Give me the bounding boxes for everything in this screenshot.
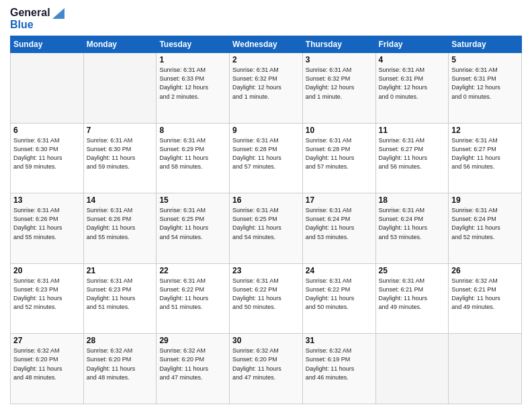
day-cell: 20Sunrise: 6:31 AM Sunset: 6:23 PM Dayli…	[11, 263, 84, 334]
day-detail: Sunrise: 6:31 AM Sunset: 6:30 PM Dayligh…	[87, 136, 154, 171]
day-cell: 29Sunrise: 6:32 AM Sunset: 6:20 PM Dayli…	[157, 334, 230, 404]
day-detail: Sunrise: 6:31 AM Sunset: 6:24 PM Dayligh…	[451, 206, 519, 241]
day-number: 12	[451, 126, 519, 135]
svg-marker-0	[52, 8, 64, 19]
day-detail: Sunrise: 6:32 AM Sunset: 6:19 PM Dayligh…	[306, 347, 373, 381]
day-cell: 24Sunrise: 6:31 AM Sunset: 6:22 PM Dayli…	[302, 263, 375, 334]
day-detail: Sunrise: 6:31 AM Sunset: 6:28 PM Dayligh…	[306, 136, 373, 171]
day-number: 22	[159, 266, 226, 275]
day-cell: 15Sunrise: 6:31 AM Sunset: 6:25 PM Dayli…	[157, 193, 230, 264]
day-header-monday: Monday	[83, 36, 157, 53]
day-detail: Sunrise: 6:31 AM Sunset: 6:31 PM Dayligh…	[379, 66, 446, 101]
day-cell: 8Sunrise: 6:31 AM Sunset: 6:29 PM Daylig…	[157, 123, 230, 193]
day-detail: Sunrise: 6:31 AM Sunset: 6:30 PM Dayligh…	[13, 136, 81, 171]
day-header-tuesday: Tuesday	[157, 36, 230, 53]
day-number: 7	[87, 126, 154, 135]
day-detail: Sunrise: 6:31 AM Sunset: 6:23 PM Dayligh…	[87, 277, 154, 312]
day-detail: Sunrise: 6:31 AM Sunset: 6:24 PM Dayligh…	[379, 206, 446, 241]
day-number: 5	[451, 55, 519, 64]
day-number: 3	[306, 55, 373, 64]
day-cell: 22Sunrise: 6:31 AM Sunset: 6:22 PM Dayli…	[157, 263, 230, 334]
day-number: 23	[232, 266, 300, 275]
day-number: 30	[232, 336, 300, 345]
day-number: 8	[159, 126, 226, 135]
day-detail: Sunrise: 6:31 AM Sunset: 6:27 PM Dayligh…	[451, 136, 519, 171]
day-cell: 1Sunrise: 6:31 AM Sunset: 6:33 PM Daylig…	[157, 53, 230, 124]
day-number: 11	[379, 126, 446, 135]
day-number: 13	[13, 195, 81, 205]
day-cell: 7Sunrise: 6:31 AM Sunset: 6:30 PM Daylig…	[83, 123, 157, 193]
day-number: 28	[87, 336, 154, 345]
day-cell: 30Sunrise: 6:32 AM Sunset: 6:20 PM Dayli…	[230, 334, 303, 404]
day-detail: Sunrise: 6:31 AM Sunset: 6:31 PM Dayligh…	[451, 66, 519, 101]
calendar-body: 1Sunrise: 6:31 AM Sunset: 6:33 PM Daylig…	[11, 53, 522, 404]
calendar: SundayMondayTuesdayWednesdayThursdayFrid…	[10, 36, 522, 404]
day-detail: Sunrise: 6:32 AM Sunset: 6:20 PM Dayligh…	[13, 347, 81, 381]
day-cell: 16Sunrise: 6:31 AM Sunset: 6:25 PM Dayli…	[230, 193, 303, 264]
week-row-5: 27Sunrise: 6:32 AM Sunset: 6:20 PM Dayli…	[11, 334, 522, 404]
day-number: 18	[379, 195, 446, 205]
day-number: 27	[13, 336, 81, 345]
day-number: 2	[232, 55, 300, 64]
day-number: 21	[87, 266, 154, 275]
week-row-2: 6Sunrise: 6:31 AM Sunset: 6:30 PM Daylig…	[11, 123, 522, 193]
day-header-saturday: Saturday	[449, 36, 522, 53]
day-number: 26	[451, 266, 519, 275]
day-detail: Sunrise: 6:31 AM Sunset: 6:26 PM Dayligh…	[13, 206, 81, 241]
day-number: 14	[87, 195, 154, 205]
day-cell: 19Sunrise: 6:31 AM Sunset: 6:24 PM Dayli…	[449, 193, 522, 264]
day-detail: Sunrise: 6:32 AM Sunset: 6:20 PM Dayligh…	[159, 347, 226, 381]
header-row: SundayMondayTuesdayWednesdayThursdayFrid…	[11, 36, 522, 53]
day-number: 31	[306, 336, 373, 345]
day-detail: Sunrise: 6:31 AM Sunset: 6:32 PM Dayligh…	[232, 66, 300, 101]
day-detail: Sunrise: 6:31 AM Sunset: 6:29 PM Dayligh…	[159, 136, 226, 171]
day-cell	[449, 334, 522, 404]
day-detail: Sunrise: 6:31 AM Sunset: 6:21 PM Dayligh…	[379, 277, 446, 312]
day-number: 19	[451, 195, 519, 205]
day-header-friday: Friday	[375, 36, 449, 53]
day-cell: 23Sunrise: 6:31 AM Sunset: 6:22 PM Dayli…	[230, 263, 303, 334]
day-detail: Sunrise: 6:31 AM Sunset: 6:23 PM Dayligh…	[13, 277, 81, 312]
day-cell: 21Sunrise: 6:31 AM Sunset: 6:23 PM Dayli…	[83, 263, 157, 334]
day-detail: Sunrise: 6:31 AM Sunset: 6:28 PM Dayligh…	[232, 136, 300, 171]
day-cell: 27Sunrise: 6:32 AM Sunset: 6:20 PM Dayli…	[11, 334, 84, 404]
day-cell: 14Sunrise: 6:31 AM Sunset: 6:26 PM Dayli…	[83, 193, 157, 264]
day-detail: Sunrise: 6:31 AM Sunset: 6:22 PM Dayligh…	[159, 277, 226, 312]
day-cell: 3Sunrise: 6:31 AM Sunset: 6:32 PM Daylig…	[302, 53, 375, 124]
day-cell: 5Sunrise: 6:31 AM Sunset: 6:31 PM Daylig…	[449, 53, 522, 124]
day-number: 17	[306, 195, 373, 205]
day-cell: 13Sunrise: 6:31 AM Sunset: 6:26 PM Dayli…	[11, 193, 84, 264]
day-detail: Sunrise: 6:31 AM Sunset: 6:26 PM Dayligh…	[87, 206, 154, 241]
day-cell	[11, 53, 84, 124]
header: GeneralBlue	[10, 7, 522, 30]
day-cell: 25Sunrise: 6:31 AM Sunset: 6:21 PM Dayli…	[375, 263, 449, 334]
week-row-4: 20Sunrise: 6:31 AM Sunset: 6:23 PM Dayli…	[11, 263, 522, 334]
day-cell: 31Sunrise: 6:32 AM Sunset: 6:19 PM Dayli…	[302, 334, 375, 404]
day-detail: Sunrise: 6:31 AM Sunset: 6:22 PM Dayligh…	[306, 277, 373, 312]
day-number: 1	[159, 55, 226, 64]
day-detail: Sunrise: 6:31 AM Sunset: 6:33 PM Dayligh…	[159, 66, 226, 101]
day-cell: 28Sunrise: 6:32 AM Sunset: 6:20 PM Dayli…	[83, 334, 157, 404]
day-cell: 10Sunrise: 6:31 AM Sunset: 6:28 PM Dayli…	[302, 123, 375, 193]
day-number: 24	[306, 266, 373, 275]
day-number: 16	[232, 195, 300, 205]
day-header-wednesday: Wednesday	[230, 36, 303, 53]
day-cell: 4Sunrise: 6:31 AM Sunset: 6:31 PM Daylig…	[375, 53, 449, 124]
day-number: 15	[159, 195, 226, 205]
day-detail: Sunrise: 6:31 AM Sunset: 6:22 PM Dayligh…	[232, 277, 300, 312]
day-number: 25	[379, 266, 446, 275]
day-number: 4	[379, 55, 446, 64]
day-cell: 26Sunrise: 6:32 AM Sunset: 6:21 PM Dayli…	[449, 263, 522, 334]
day-header-thursday: Thursday	[302, 36, 375, 53]
day-detail: Sunrise: 6:31 AM Sunset: 6:24 PM Dayligh…	[306, 206, 373, 241]
day-cell: 12Sunrise: 6:31 AM Sunset: 6:27 PM Dayli…	[449, 123, 522, 193]
day-number: 10	[306, 126, 373, 135]
day-detail: Sunrise: 6:31 AM Sunset: 6:25 PM Dayligh…	[232, 206, 300, 241]
day-cell: 9Sunrise: 6:31 AM Sunset: 6:28 PM Daylig…	[230, 123, 303, 193]
day-cell: 18Sunrise: 6:31 AM Sunset: 6:24 PM Dayli…	[375, 193, 449, 264]
logo-text: GeneralBlue	[10, 7, 64, 30]
day-number: 6	[13, 126, 81, 135]
day-header-sunday: Sunday	[11, 36, 84, 53]
day-number: 29	[159, 336, 226, 345]
calendar-header: SundayMondayTuesdayWednesdayThursdayFrid…	[11, 36, 522, 53]
